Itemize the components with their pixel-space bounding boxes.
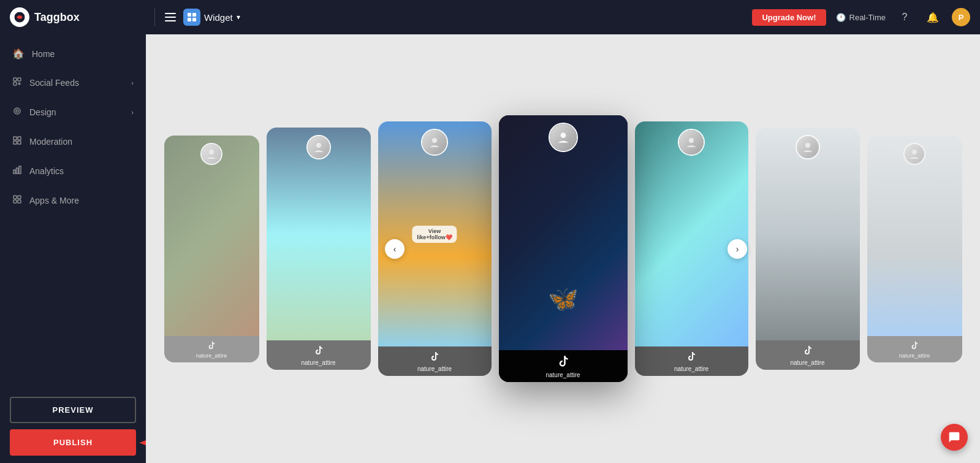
svg-rect-22 (18, 200, 21, 203)
carousel-nav-left[interactable]: ‹ (385, 239, 405, 259)
moderation-icon (12, 136, 22, 148)
svg-rect-5 (13, 78, 17, 81)
card-overlay-3: Viewlike+follow❤️ (412, 226, 457, 243)
sidebar-item-apps-more[interactable]: Apps & More (0, 186, 146, 215)
card-profile-avatar-1 (202, 144, 221, 164)
card-username-7: nature_attire (899, 353, 930, 359)
help-button[interactable]: ? (895, 8, 914, 26)
sidebar-label-apps-more: Apps & More (29, 196, 134, 205)
tiktok-icon-2 (314, 345, 324, 358)
card-profile-avatar-4 (550, 124, 577, 151)
carousel-card-7: nature_attire (867, 136, 962, 362)
sidebar-item-design[interactable]: Design › (0, 98, 146, 127)
svg-point-30 (912, 150, 917, 155)
card-profile-avatar-6 (797, 136, 819, 158)
header-left: Widget ▾ (165, 9, 240, 26)
social-feeds-icon (12, 77, 22, 89)
svg-point-24 (209, 150, 214, 155)
analytics-icon (12, 165, 22, 177)
sidebar-bottom: PREVIEW PUBLISH (0, 389, 146, 463)
card-footer-3: nature_attire (378, 346, 492, 376)
card-profile-4 (549, 123, 578, 152)
notification-button[interactable]: 🔔 (924, 8, 942, 26)
main-layout: 🏠 Home Social Feeds › (0, 34, 980, 463)
app-header: Taggbox Widget ▾ Upgrade Now! 🕐 Real-Tim… (0, 0, 980, 34)
sidebar-item-home[interactable]: 🏠 Home (0, 39, 146, 68)
butterfly-decoration: 🦋 (548, 285, 579, 313)
realtime-label: Real-Time (849, 13, 886, 22)
widget-selector[interactable]: Widget ▾ (183, 9, 240, 26)
svg-rect-2 (192, 13, 196, 17)
preview-button[interactable]: PREVIEW (10, 397, 136, 423)
home-icon: 🏠 (12, 48, 25, 59)
sidebar-item-analytics[interactable]: Analytics (0, 156, 146, 186)
sidebar-label-home: Home (32, 49, 134, 59)
card-profile-avatar-2 (308, 136, 330, 158)
sidebar-item-moderation[interactable]: Moderation (0, 127, 146, 156)
user-avatar[interactable]: P (952, 8, 970, 26)
card-profile-1 (200, 143, 222, 165)
upgrade-button[interactable]: Upgrade Now! (752, 9, 826, 26)
svg-rect-18 (19, 166, 21, 174)
card-username-5: nature_attire (674, 365, 708, 372)
card-image-1 (164, 136, 259, 336)
card-profile-2 (306, 135, 331, 159)
widget-icon (183, 9, 200, 26)
realtime-button[interactable]: 🕐 Real-Time (836, 13, 886, 22)
sidebar: 🏠 Home Social Feeds › (0, 34, 146, 463)
svg-point-26 (432, 138, 437, 143)
logo-area: Taggbox (10, 7, 145, 27)
design-chevron-icon: › (131, 109, 134, 116)
card-image-6 (756, 128, 860, 340)
card-username-2: nature_attire (301, 359, 335, 366)
svg-rect-15 (18, 141, 21, 144)
svg-point-25 (316, 143, 321, 148)
carousel-card-1: nature_attire (164, 136, 259, 362)
sidebar-label-social-feeds: Social Feeds (29, 78, 124, 88)
carousel-card-2: nature_attire (267, 128, 371, 370)
header-right: Upgrade Now! 🕐 Real-Time ? 🔔 P (752, 8, 970, 26)
tiktok-icon-4 (557, 355, 569, 370)
card-footer-4: nature_attire (499, 350, 628, 382)
tiktok-icon-1 (207, 341, 216, 351)
carousel-card-6: nature_attire (756, 128, 860, 370)
chat-bubble[interactable] (941, 424, 968, 451)
svg-rect-4 (192, 18, 196, 21)
sidebar-item-social-feeds[interactable]: Social Feeds › (0, 68, 146, 98)
card-username-4: nature_attire (545, 372, 580, 378)
hamburger-line-2 (165, 17, 176, 18)
tiktok-icon-5 (686, 351, 696, 364)
card-profile-avatar-3 (422, 130, 447, 155)
svg-rect-13 (18, 137, 21, 140)
app-name: Taggbox (34, 11, 80, 24)
hamburger-line-3 (165, 20, 176, 21)
publish-wrapper: PUBLISH (10, 429, 136, 456)
carousel-nav-right[interactable]: › (727, 239, 747, 259)
svg-rect-14 (13, 141, 17, 144)
header-divider (154, 8, 155, 26)
svg-rect-19 (13, 196, 17, 199)
publish-button[interactable]: PUBLISH (10, 429, 136, 456)
card-image-2 (267, 128, 371, 340)
svg-point-10 (14, 108, 20, 114)
content-area: nature_attire nature_attire (146, 34, 980, 463)
card-username-6: nature_attire (790, 359, 824, 366)
logo-icon (10, 7, 29, 27)
card-footer-7: nature_attire (867, 336, 962, 362)
sidebar-label-moderation: Moderation (29, 137, 134, 147)
clock-icon: 🕐 (836, 13, 846, 22)
card-profile-5 (678, 129, 705, 156)
card-footer-5: nature_attire (635, 346, 748, 376)
svg-rect-6 (18, 78, 21, 81)
card-footer-1: nature_attire (164, 336, 259, 362)
hamburger-button[interactable] (165, 13, 176, 21)
design-icon (12, 106, 22, 118)
social-feeds-chevron-icon: › (131, 79, 134, 86)
carousel-card-4: 🦋 nature_attire (499, 115, 628, 382)
svg-rect-7 (13, 82, 17, 85)
card-image-3: Viewlike+follow❤️ (378, 121, 492, 346)
card-username-1: nature_attire (196, 353, 227, 359)
card-profile-avatar-5 (679, 130, 704, 155)
tiktok-icon-7 (910, 341, 919, 351)
svg-point-11 (16, 110, 18, 112)
